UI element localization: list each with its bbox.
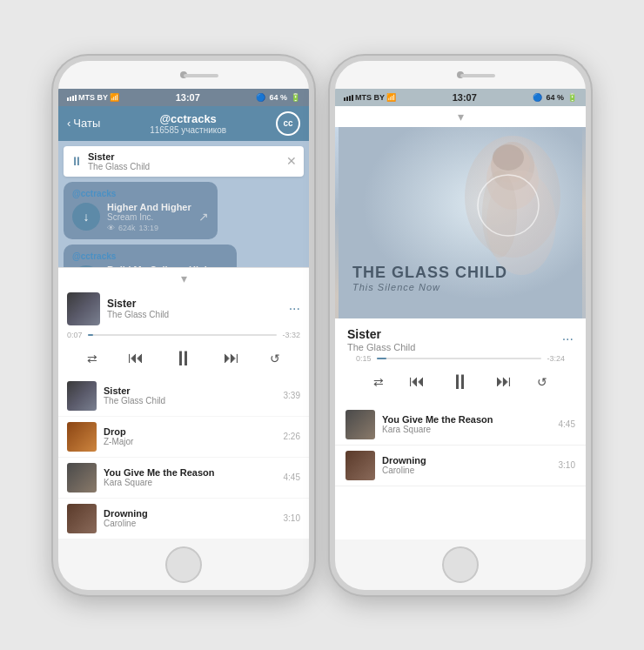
- nav-title: @cctracks: [100, 112, 276, 125]
- track-duration-3: 3:10: [284, 513, 300, 523]
- remaining-time-right: -3:24: [547, 354, 565, 363]
- player-section: ▾ Sister The Glass Child ··· 0:07: [58, 267, 309, 539]
- track-name-1: Drop: [104, 426, 277, 437]
- shuffle-button-left[interactable]: ⇄: [87, 352, 97, 365]
- bluetooth-icon-left: 🔵: [256, 93, 265, 102]
- battery-left: 64 %: [269, 93, 287, 102]
- current-track-artist: The Glass Child: [107, 310, 282, 319]
- bar3: [72, 96, 74, 101]
- track-artist-2: Kara Square: [104, 478, 277, 487]
- bar1r: [344, 97, 345, 101]
- track-name-0: Sister: [104, 385, 277, 396]
- track-thumb-0: [67, 381, 97, 411]
- time-1: 13:19: [139, 224, 159, 232]
- back-label: Чаты: [73, 117, 100, 130]
- back-button[interactable]: ‹ Чаты: [67, 117, 100, 130]
- player-track-duration-0: 4:45: [559, 419, 575, 429]
- repeat-button-right[interactable]: ↺: [537, 375, 547, 389]
- progress-bar-left[interactable]: 0:07 -3:32: [58, 329, 309, 341]
- progress-bar-right[interactable]: 0:15 -3:24: [347, 352, 574, 365]
- remaining-time-left: -3:32: [282, 331, 300, 339]
- collapse-arrow[interactable]: ▾: [58, 268, 309, 289]
- current-track-row: Sister The Glass Child ···: [58, 289, 309, 329]
- track-item-0[interactable]: Sister The Glass Child 3:39: [58, 376, 309, 417]
- album-text-overlay: THE GLASS CHILD This Silence Now: [352, 264, 507, 292]
- more-options-button-right[interactable]: ···: [562, 332, 574, 347]
- player-collapse-arrow[interactable]: ▾: [335, 106, 586, 127]
- album-art-container: THE GLASS CHILD This Silence Now: [335, 127, 586, 318]
- current-thumb-img: [67, 292, 100, 325]
- wifi-icon-right: 📶: [386, 93, 396, 102]
- track-info-3: Drowning Caroline: [104, 508, 277, 528]
- screen-right: MTS BY 📶 13:07 🔵 64 % 🔋 ▾: [335, 89, 586, 539]
- track-info-0: Sister The Glass Child: [104, 385, 277, 405]
- player-track-thumb-1: [345, 451, 375, 480]
- mini-player: ⏸ Sister The Glass Child ✕: [64, 146, 304, 177]
- progress-track-left[interactable]: [88, 334, 278, 336]
- track-duration-2: 4:45: [284, 472, 300, 482]
- album-art-bg: THE GLASS CHILD This Silence Now: [335, 127, 586, 318]
- time-left: 13:07: [176, 92, 200, 103]
- status-right-left: 🔵 64 % 🔋: [256, 93, 300, 102]
- track-thumb-2: [67, 463, 97, 493]
- phone-right: MTS BY 📶 13:07 🔵 64 % 🔋 ▾: [330, 56, 591, 595]
- mini-close-button[interactable]: ✕: [286, 154, 297, 168]
- chat-sender-1: @cctracks: [72, 189, 209, 198]
- bar2r: [346, 97, 348, 101]
- player-track-artist: The Glass Child: [347, 342, 415, 352]
- time-right: 13:07: [453, 92, 477, 103]
- prev-button-left[interactable]: ⏮: [128, 349, 144, 367]
- main-container: MTS BY 📶 13:07 🔵 64 % 🔋 ‹ Чаты @cctracks: [36, 38, 608, 613]
- more-options-button[interactable]: ···: [289, 301, 300, 317]
- track-name-3: Drowning: [104, 508, 277, 519]
- chat-message-2: @cctracks ↓ Build My Gallows High Roller…: [64, 245, 237, 267]
- status-right-right: 🔵 64 % 🔋: [533, 93, 577, 102]
- prev-button-right[interactable]: ⏮: [409, 372, 425, 391]
- pause-button-right[interactable]: ⏸: [450, 370, 471, 394]
- signal-left: MTS BY 📶: [67, 93, 119, 102]
- nav-subtitle: 116585 участников: [100, 125, 276, 135]
- album-band: THE GLASS CHILD: [352, 264, 507, 282]
- home-button-right[interactable]: [442, 546, 479, 583]
- bar4: [75, 95, 77, 101]
- player-track-item-0[interactable]: You Give Me the Reason Kara Square 4:45: [335, 405, 586, 446]
- progress-track-right[interactable]: [377, 358, 542, 359]
- download-icon-1[interactable]: ↓: [72, 203, 100, 231]
- pause-button-left[interactable]: ⏸: [173, 346, 194, 371]
- player-track-info-0: You Give Me the Reason Kara Square: [382, 414, 552, 434]
- track-item-2[interactable]: You Give Me the Reason Kara Square 4:45: [58, 458, 309, 499]
- track-item-1[interactable]: Drop Z-Major 2:26: [58, 417, 309, 458]
- audio-row-1: ↓ Higher And Higher Scream Inc. 👁 624k 1…: [72, 202, 209, 232]
- home-button-left[interactable]: [165, 546, 202, 583]
- battery-icon-right: 🔋: [567, 93, 577, 102]
- track-thumb-3: [67, 504, 97, 533]
- current-track-details: Sister The Glass Child: [107, 298, 282, 319]
- track-duration-1: 2:26: [284, 432, 300, 441]
- status-bar-right: MTS BY 📶 13:07 🔵 64 % 🔋: [335, 89, 586, 106]
- chat-sender-2: @cctracks: [72, 251, 228, 261]
- track-thumb-1: [67, 422, 97, 452]
- shuffle-button-right[interactable]: ⇄: [373, 375, 384, 389]
- bluetooth-icon-right: 🔵: [533, 93, 542, 102]
- track-item-3[interactable]: Drowning Caroline 3:10: [58, 499, 309, 539]
- chat-message-1: @cctracks ↓ Higher And Higher Scream Inc…: [64, 182, 218, 239]
- controls-row-right: ⇄ ⏮ ⏸ ⏭ ↺: [347, 365, 574, 399]
- next-button-right[interactable]: ⏭: [496, 372, 512, 391]
- album-title: This Silence Now: [352, 282, 507, 292]
- player-track-text: Sister The Glass Child: [347, 327, 415, 352]
- mini-pause-button[interactable]: ⏸: [70, 154, 83, 168]
- track-info-2: You Give Me the Reason Kara Square: [104, 467, 277, 487]
- track-duration-0: 3:39: [284, 391, 300, 400]
- current-track-name: Sister: [107, 298, 282, 310]
- next-button-left[interactable]: ⏭: [224, 349, 239, 367]
- repeat-button-left[interactable]: ↺: [270, 352, 280, 365]
- mini-track-artist: The Glass Child: [88, 162, 281, 171]
- signal-bars-right: [344, 93, 353, 101]
- channel-icon[interactable]: cc: [276, 111, 300, 136]
- player-track-item-1[interactable]: Drowning Caroline 3:10: [335, 446, 586, 486]
- track-artist-0: The Glass Child: [104, 396, 277, 405]
- svg-point-5: [493, 144, 524, 171]
- player-track-info-1: Drowning Caroline: [382, 455, 552, 475]
- forward-button-1[interactable]: ↗: [198, 210, 209, 224]
- audio-artist-1: Scream Inc.: [107, 212, 191, 222]
